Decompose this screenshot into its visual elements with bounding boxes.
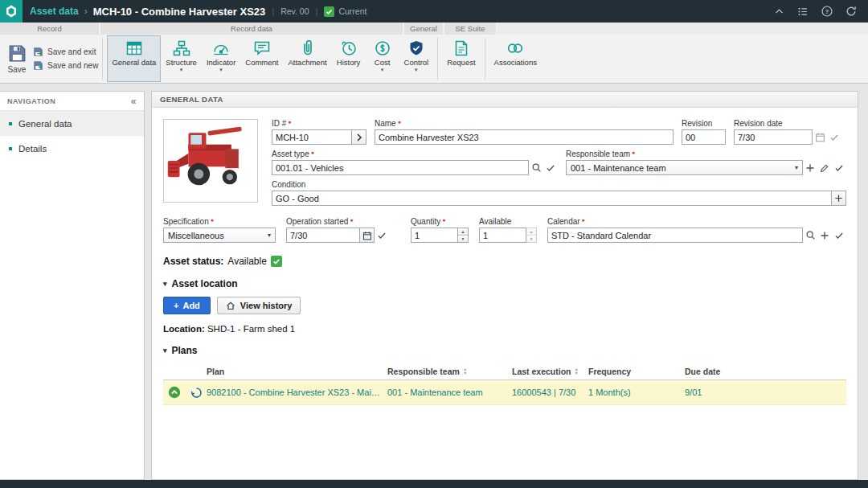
field-responsible-team: Responsible team● 001 - Maintenance team… — [566, 150, 846, 175]
edit-check-icon[interactable] — [543, 160, 558, 175]
revision-input[interactable] — [682, 129, 726, 145]
refresh-icon[interactable] — [845, 6, 857, 17]
ribbon-group-spacer — [497, 23, 868, 35]
name-input[interactable] — [375, 129, 674, 145]
attachment-icon — [298, 39, 317, 58]
tab-cost[interactable]: Cost ▾ — [366, 35, 399, 82]
add-icon[interactable] — [803, 160, 817, 175]
sort-icon[interactable]: ▲▼ — [575, 367, 579, 375]
apply-check-icon[interactable] — [832, 160, 846, 175]
tab-attachment[interactable]: Attachment — [284, 35, 332, 82]
apply-check-icon[interactable] — [827, 129, 841, 145]
sidebar-item-label: General data — [18, 119, 72, 129]
asset-type-input[interactable] — [272, 160, 529, 175]
quantity-input[interactable] — [411, 228, 458, 243]
chevron-down-icon: ▾ — [795, 164, 798, 171]
sidebar-item-general-data[interactable]: General data — [0, 111, 144, 136]
collapse-triangle-icon: ▾ — [163, 280, 167, 288]
topbar: Asset data › MCH-10 - Combine Harvester … — [0, 0, 868, 23]
tab-history[interactable]: History — [332, 35, 366, 82]
col-responsible-team[interactable]: Responsible team▲▼ — [387, 367, 512, 376]
plan-table-row[interactable]: 9082100 - Combine Harvester XS23 - Maint… — [163, 380, 846, 405]
general-data-panel: GENERAL DATA — [151, 91, 858, 480]
ribbon-separator — [485, 38, 485, 80]
sort-icon[interactable]: ▲▼ — [463, 367, 467, 375]
history-icon — [339, 39, 358, 58]
tab-comment[interactable]: Comment — [240, 35, 283, 82]
col-due-date: Due date — [685, 367, 846, 376]
available-check-icon — [271, 256, 282, 267]
edit-pencil-icon[interactable] — [817, 160, 832, 175]
asset-location-section-header[interactable]: ▾ Asset location — [163, 278, 846, 289]
ribbon-separator — [102, 38, 103, 80]
view-history-button[interactable]: View history — [217, 297, 301, 314]
asset-status-line: Asset status: Available — [163, 256, 846, 267]
sidebar-item-details[interactable]: Details — [0, 136, 144, 161]
plan-team: 001 - Maintenance team — [387, 388, 512, 397]
tab-control[interactable]: Control ▾ — [399, 35, 434, 82]
save-and-new-label: Save and new — [47, 61, 98, 70]
add-icon[interactable] — [817, 228, 832, 243]
operation-started-input[interactable] — [286, 228, 360, 243]
plan-link[interactable]: 9082100 - Combine Harvester XS23 - Maint… — [207, 388, 387, 397]
ribbon-buttons: Save Save and exit Save and new General … — [0, 35, 868, 83]
specification-value: Miscellaneous — [168, 231, 224, 240]
location-line: Location: SHD-1 - Farm shed 1 — [163, 324, 846, 334]
tab-label: History — [337, 59, 361, 67]
specification-label: Specification — [163, 217, 209, 226]
tab-label: Attachment — [289, 59, 327, 67]
ribbon-group-se-suite: SE Suite — [444, 23, 497, 35]
required-icon: ● — [398, 119, 401, 125]
app-window: Asset data › MCH-10 - Combine Harvester … — [0, 0, 868, 488]
id-label: ID # — [272, 119, 286, 128]
collapse-sidebar-icon[interactable]: « — [131, 96, 137, 107]
general-data-icon — [125, 39, 144, 58]
apply-check-icon[interactable] — [832, 228, 846, 243]
condition-label: Condition — [272, 180, 305, 189]
responsible-team-select[interactable]: 001 - Maintenance team▾ — [566, 160, 803, 175]
tab-structure[interactable]: Structure ▾ — [161, 35, 202, 82]
search-icon[interactable] — [529, 160, 543, 175]
available-label: Available — [479, 217, 511, 226]
calendar-picker-icon[interactable] — [360, 228, 375, 243]
specification-select[interactable]: Miscellaneous▾ — [163, 228, 276, 243]
condition-input[interactable] — [272, 191, 832, 206]
revision-date-label: Revision date — [734, 119, 783, 128]
save-button[interactable]: Save — [2, 35, 31, 82]
calendar-picker-icon[interactable] — [813, 129, 827, 145]
add-label: Add — [182, 301, 199, 310]
tab-request[interactable]: Request — [442, 35, 480, 82]
plans-table-header: Plan Responsible team▲▼ Last execution▲▼… — [163, 363, 846, 380]
plans-section-header[interactable]: ▾ Plans — [163, 345, 846, 356]
asset-photo[interactable] — [163, 119, 258, 203]
add-location-button[interactable]: + Add — [163, 297, 211, 314]
tab-associations[interactable]: Associations — [489, 35, 542, 82]
save-and-exit-button[interactable]: Save and exit — [33, 47, 98, 57]
app-footer-bar — [0, 480, 868, 488]
plus-icon: + — [174, 301, 178, 310]
plan-status-icon[interactable] — [163, 386, 186, 399]
search-icon[interactable] — [803, 228, 817, 243]
col-last-execution[interactable]: Last execution▲▼ — [512, 367, 588, 376]
step-up-icon: ▲ — [526, 228, 536, 236]
tab-indicator[interactable]: Indicator ▾ — [202, 35, 240, 82]
condition-add-icon[interactable] — [832, 191, 846, 206]
tab-general-data[interactable]: General data — [107, 35, 161, 82]
save-variants: Save and exit Save and new — [33, 35, 98, 82]
apply-check-icon[interactable] — [375, 228, 389, 243]
collapse-header-icon[interactable] — [774, 6, 784, 17]
id-input[interactable] — [272, 129, 352, 145]
app-logo-icon[interactable] — [0, 0, 23, 23]
help-icon[interactable]: ? — [821, 6, 833, 17]
calendar-input[interactable] — [547, 228, 803, 243]
title-divider: | — [272, 6, 274, 16]
revision-date-input[interactable] — [734, 129, 813, 145]
save-and-new-button[interactable]: Save and new — [33, 60, 98, 71]
panel-content: ID #● Name● Revision Revision date — [152, 108, 858, 405]
required-icon: ● — [350, 217, 353, 223]
id-navigate-icon[interactable] — [352, 129, 366, 145]
quantity-stepper[interactable]: ▲▼ — [458, 228, 469, 243]
breadcrumb-asset-data[interactable]: Asset data — [30, 6, 79, 17]
list-view-icon[interactable] — [797, 6, 809, 17]
save-new-icon — [33, 60, 43, 71]
